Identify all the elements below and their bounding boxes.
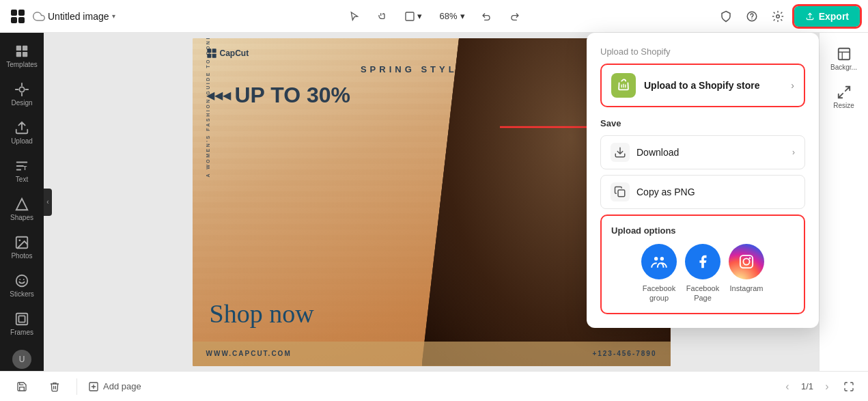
svg-point-6 — [776, 14, 779, 18]
copy-png-btn[interactable]: Copy as PNG — [600, 175, 805, 209]
settings-icon-btn[interactable] — [768, 7, 787, 26]
shopify-upload-btn[interactable]: Upload to a Shopify store › — [600, 64, 805, 107]
save-bottom-btn[interactable] — [11, 378, 33, 395]
sidebar-item-frames[interactable]: Frames — [0, 306, 44, 342]
sidebar-item-shapes[interactable]: Shapes — [0, 191, 44, 227]
help-icon-btn[interactable] — [742, 7, 761, 26]
page-count: 1/1 — [801, 381, 813, 391]
website-text: WWW.CAPCUT.COM — [206, 350, 292, 357]
file-name: Untitled image — [48, 11, 109, 22]
download-btn[interactable]: Download › — [600, 135, 805, 169]
facebook-group-icon — [641, 244, 677, 279]
shopify-btn-text: Upload to a Shopify store — [644, 80, 760, 91]
facebook-page-btn[interactable]: FacebookPage — [685, 244, 720, 303]
svg-rect-9 — [16, 52, 21, 57]
sidebar-label-templates: Templates — [6, 61, 38, 68]
export-button[interactable]: Export — [794, 6, 860, 27]
sidebar-label-photos: Photos — [11, 252, 32, 260]
prev-page-btn[interactable]: ‹ — [779, 378, 796, 395]
resize-label: Resize — [833, 102, 854, 109]
top-bar-left: Untitled image ▾ — [8, 7, 115, 26]
trash-bottom-btn[interactable] — [44, 378, 66, 395]
redo-btn[interactable] — [503, 5, 525, 27]
svg-point-18 — [23, 279, 25, 280]
svg-rect-4 — [405, 12, 413, 20]
svg-rect-24 — [212, 53, 216, 57]
export-label: Export — [819, 11, 849, 22]
svg-rect-10 — [23, 52, 27, 57]
shopify-chevron: › — [791, 80, 794, 91]
save-section-label: Save — [600, 118, 805, 128]
svg-text:T: T — [23, 165, 27, 171]
sidebar-item-upload[interactable]: Upload — [0, 115, 44, 150]
sidebar-label-design: Design — [11, 99, 32, 107]
bottom-bar: Add page ‹ 1/1 › — [0, 371, 868, 401]
phone-text: +123-456-7890 — [592, 350, 656, 357]
svg-rect-0 — [11, 10, 17, 16]
shopify-btn-left: Upload to a Shopify store — [611, 73, 760, 98]
facebook-page-label: FacebookPage — [686, 284, 719, 303]
download-chevron: › — [792, 148, 795, 157]
svg-point-27 — [660, 257, 664, 260]
sidebar-item-design[interactable]: Design — [0, 77, 44, 112]
upload-options-section: Upload options Facebookgroup FacebookPag… — [600, 215, 805, 314]
top-bar-center: ▾ 68% ▾ — [343, 5, 524, 27]
svg-rect-8 — [23, 46, 27, 51]
logo-icon[interactable] — [8, 7, 27, 26]
view-chevron: ▾ — [417, 11, 422, 21]
expand-btn[interactable] — [841, 378, 857, 395]
user-avatar[interactable]: U — [10, 344, 34, 371]
facebook-group-btn[interactable]: Facebookgroup — [641, 244, 677, 303]
instagram-icon — [729, 244, 764, 279]
social-icons-row: Facebookgroup FacebookPage Instagram — [611, 244, 794, 303]
resize-panel-item[interactable]: Resize — [825, 79, 863, 115]
svg-rect-7 — [16, 46, 21, 51]
background-panel-item[interactable]: Backgr... — [825, 41, 863, 77]
sidebar-item-stickers[interactable]: Stickers — [0, 268, 44, 303]
add-page-btn[interactable]: Add page — [88, 381, 141, 392]
zoom-selector[interactable]: 68% ▾ — [434, 8, 470, 24]
sidebar-item-templates[interactable]: Templates — [0, 38, 44, 74]
add-page-label: Add page — [103, 381, 141, 391]
brand-name: CapCut — [220, 49, 249, 58]
copy-png-label: Copy as PNG — [636, 186, 795, 197]
canvas-bottom-bar: WWW.CAPCUT.COM +123-456-7890 — [193, 342, 671, 366]
top-bar-right: Export — [716, 6, 860, 27]
svg-rect-28 — [740, 255, 753, 268]
svg-point-30 — [749, 258, 751, 260]
svg-point-29 — [743, 258, 749, 264]
svg-rect-19 — [16, 314, 28, 325]
bottom-divider — [76, 378, 77, 395]
svg-point-16 — [16, 275, 28, 287]
side-text: A WOMEN'S FASHION GUIDE TO CONFIDENCE AN… — [205, 38, 210, 178]
svg-point-15 — [18, 239, 20, 241]
view-selector[interactable]: ▾ — [397, 8, 428, 25]
svg-rect-31 — [838, 49, 850, 60]
file-name-area[interactable]: Untitled image ▾ — [33, 10, 115, 23]
upload-options-label: Upload options — [611, 225, 794, 236]
download-icon — [611, 143, 630, 162]
svg-rect-3 — [18, 17, 25, 23]
sidebar-item-text[interactable]: T Text — [0, 153, 44, 189]
facebook-page-icon — [685, 244, 720, 279]
export-dropdown: Upload to Shopify Upload to a Shopify st… — [587, 33, 819, 328]
capcut-logo: CapCut — [206, 48, 249, 59]
sidebar-label-shapes: Shapes — [10, 214, 33, 221]
collapse-handle[interactable]: ‹ — [44, 189, 52, 216]
shield-icon-btn[interactable] — [716, 7, 736, 26]
next-page-btn[interactable]: › — [819, 378, 835, 395]
chevron-down-icon[interactable]: ▾ — [112, 12, 115, 20]
select-tool-btn[interactable] — [343, 5, 365, 27]
undo-btn[interactable] — [476, 5, 498, 27]
svg-point-17 — [19, 279, 20, 280]
sidebar-label-upload: Upload — [11, 137, 33, 145]
instagram-label: Instagram — [730, 284, 764, 293]
svg-point-26 — [654, 257, 658, 260]
shop-now-text: Shop now — [210, 299, 314, 329]
sidebar-label-frames: Frames — [10, 329, 33, 336]
svg-rect-2 — [11, 17, 17, 23]
top-bar: Untitled image ▾ ▾ 68% ▾ — [0, 0, 868, 33]
sidebar-item-photos[interactable]: Photos — [0, 230, 44, 265]
hand-tool-btn[interactable] — [370, 5, 392, 27]
instagram-btn[interactable]: Instagram — [729, 244, 764, 303]
